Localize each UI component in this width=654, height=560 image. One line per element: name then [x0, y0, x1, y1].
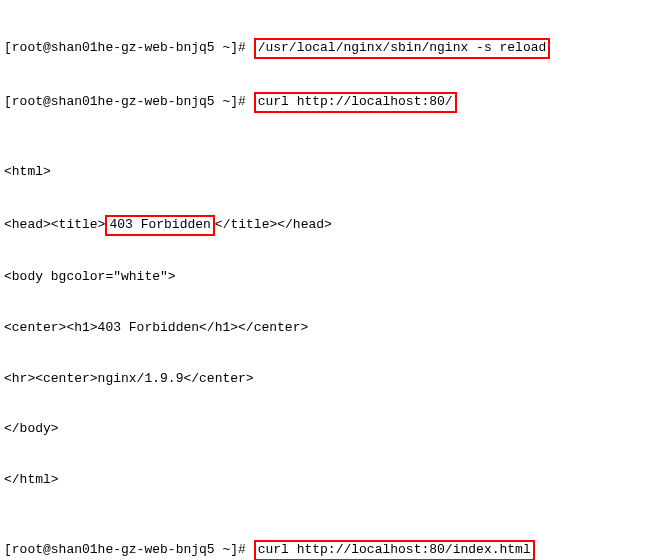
command-reload: /usr/local/nginx/sbin/nginx -s reload	[254, 38, 551, 59]
output-line: <body bgcolor="white">	[4, 269, 650, 286]
output-line: </html>	[4, 472, 650, 489]
output-line: </body>	[4, 421, 650, 438]
forbidden-title: 403 Forbidden	[105, 215, 214, 236]
output-line: <center><h1>403 Forbidden</h1></center>	[4, 320, 650, 337]
shell-prompt: [root@shan01he-gz-web-bnjq5 ~]#	[4, 542, 254, 557]
command-line: [root@shan01he-gz-web-bnjq5 ~]# curl htt…	[4, 92, 650, 113]
shell-prompt: [root@shan01he-gz-web-bnjq5 ~]#	[4, 94, 254, 109]
output-line: <hr><center>nginx/1.9.9</center>	[4, 371, 650, 388]
output-line: <html>	[4, 164, 650, 181]
terminal-output: [root@shan01he-gz-web-bnjq5 ~]# /usr/loc…	[4, 4, 650, 560]
shell-prompt: [root@shan01he-gz-web-bnjq5 ~]#	[4, 40, 254, 55]
output-line: <head><title>403 Forbidden</title></head…	[4, 215, 650, 236]
command-line: [root@shan01he-gz-web-bnjq5 ~]# /usr/loc…	[4, 38, 650, 59]
command-line: [root@shan01he-gz-web-bnjq5 ~]# curl htt…	[4, 540, 650, 560]
command-curl-index: curl http://localhost:80/index.html	[254, 540, 535, 560]
command-curl-root: curl http://localhost:80/	[254, 92, 457, 113]
